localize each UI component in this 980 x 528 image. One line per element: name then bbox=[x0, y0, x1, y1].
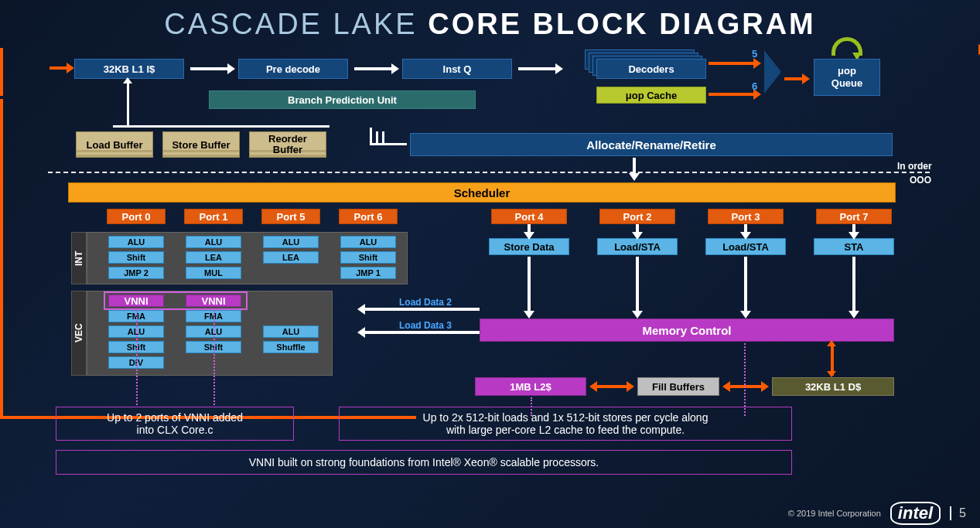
allocate-rename-retire: Allocate/Rename/Retire bbox=[410, 133, 893, 156]
fill-buffers: Fill Buffers bbox=[637, 377, 719, 396]
arrow-v bbox=[528, 224, 531, 233]
callout-vnni: Up to 2 ports of VNNI added into CLX Cor… bbox=[56, 407, 294, 441]
copyright: © 2019 Intel Corporation bbox=[788, 509, 881, 518]
title-bold: CORE BLOCK DIAGRAM bbox=[428, 8, 816, 40]
load-data-2-label: Load Data 2 bbox=[399, 297, 452, 308]
footer: © 2019 Intel Corporation intel 5 bbox=[788, 502, 966, 525]
int-p6-jmp1: JMP 1 bbox=[340, 267, 396, 279]
callout-loads: Up to 2x 512-bit loads and 1x 512-bit st… bbox=[339, 407, 792, 441]
arrow-org-bi bbox=[596, 385, 628, 388]
inorder-label: In order bbox=[897, 161, 932, 172]
int-label: INT bbox=[71, 232, 87, 284]
arrow-to-l1i bbox=[50, 66, 68, 70]
uop-cache: μop Cache bbox=[596, 87, 706, 104]
load-buffer: Load Buffer bbox=[76, 131, 153, 158]
vec-p5-alu: ALU bbox=[263, 325, 319, 338]
callout-foundation: VNNI built on strong foundations from In… bbox=[56, 450, 792, 475]
vec-p5-shuffle: Shuffle bbox=[263, 341, 319, 353]
line-v bbox=[376, 131, 378, 145]
decoder-count: 5 bbox=[752, 48, 757, 60]
order-boundary bbox=[48, 172, 930, 173]
arrow-h bbox=[190, 67, 229, 70]
arrow-org bbox=[709, 62, 755, 65]
uop-queue: μop Queue bbox=[814, 59, 880, 96]
load-sta-3: Load/STA bbox=[705, 238, 786, 255]
decoders: Decoders bbox=[596, 59, 706, 79]
line-v bbox=[382, 131, 384, 145]
int-p1-alu: ALU bbox=[186, 236, 241, 248]
int-p5-lea: LEA bbox=[263, 251, 319, 264]
l2-cache: 1MB L2$ bbox=[475, 377, 586, 396]
load-data-3-label: Load Data 3 bbox=[399, 320, 452, 331]
arrow-v bbox=[633, 158, 636, 175]
port7: Port 7 bbox=[816, 209, 892, 224]
mux-trapezoid bbox=[764, 50, 781, 94]
port2: Port 2 bbox=[599, 209, 675, 224]
arrowhead-up bbox=[827, 340, 836, 346]
int-p5-alu: ALU bbox=[263, 236, 319, 248]
memory-control: Memory Control bbox=[480, 319, 894, 342]
arrowhead-down bbox=[827, 371, 836, 377]
page-number: 5 bbox=[950, 506, 966, 520]
sta: STA bbox=[814, 238, 894, 255]
ooo-label: OOO bbox=[910, 175, 931, 186]
title-light: CASCADE LAKE bbox=[164, 8, 428, 40]
reorder-buffer: Reorder Buffer bbox=[249, 131, 326, 158]
arrow-v bbox=[636, 224, 639, 233]
line-v bbox=[370, 128, 372, 145]
inst-queue: Inst Q bbox=[402, 59, 512, 79]
int-p1-mul: MUL bbox=[186, 267, 241, 279]
arrow-h bbox=[518, 67, 557, 70]
arrowhead-up bbox=[123, 77, 132, 83]
dotted-line bbox=[136, 311, 138, 405]
port6: Port 6 bbox=[339, 209, 398, 224]
dotted-line bbox=[213, 311, 215, 405]
block-diagram: 32KB L1 I$ Pre decode Inst Q Decoders μo… bbox=[0, 48, 980, 528]
line-org-v bbox=[0, 48, 3, 96]
l1-dcache: 32KB L1 D$ bbox=[772, 377, 894, 396]
int-p0-jmp2: JMP 2 bbox=[108, 267, 164, 279]
arrow-h-rev bbox=[364, 331, 480, 334]
dotted-line bbox=[744, 343, 746, 416]
port4: Port 4 bbox=[491, 209, 567, 224]
port1: Port 1 bbox=[184, 209, 243, 224]
int-p0-alu: ALU bbox=[108, 236, 164, 248]
page-title: CASCADE LAKE CORE BLOCK DIAGRAM bbox=[0, 0, 980, 44]
int-p6-shift: Shift bbox=[340, 251, 396, 264]
arrow-v bbox=[852, 224, 855, 233]
store-buffer: Store Buffer bbox=[162, 131, 240, 158]
arrow-v bbox=[528, 257, 531, 312]
load-sta-2: Load/STA bbox=[597, 238, 678, 255]
arrow-v bbox=[744, 257, 747, 312]
predecode: Pre decode bbox=[238, 59, 348, 79]
l1-icache: 32KB L1 I$ bbox=[74, 59, 184, 79]
arrow-org bbox=[709, 93, 755, 96]
vec-p1-vnni: VNNI bbox=[186, 295, 241, 307]
int-p6-alu: ALU bbox=[340, 236, 396, 248]
arrow-v bbox=[744, 224, 747, 233]
line-bpu bbox=[127, 80, 129, 127]
arrow-org bbox=[784, 77, 804, 80]
vec-label: VEC bbox=[71, 291, 87, 376]
branch-prediction: Branch Prediction Unit bbox=[209, 90, 476, 109]
loop-line-v bbox=[0, 99, 3, 416]
scheduler: Scheduler bbox=[68, 182, 896, 203]
port0: Port 0 bbox=[107, 209, 166, 224]
vec-p0-vnni: VNNI bbox=[108, 295, 164, 307]
uopcache-count: 6 bbox=[752, 80, 757, 92]
intel-logo: intel bbox=[890, 502, 941, 525]
port5: Port 5 bbox=[261, 209, 320, 224]
port3: Port 3 bbox=[708, 209, 784, 224]
store-data: Store Data bbox=[489, 238, 569, 255]
arrow-org-bi bbox=[729, 385, 763, 388]
int-p1-lea: LEA bbox=[186, 251, 241, 264]
arrow-h-rev bbox=[364, 308, 480, 311]
arrow-h bbox=[354, 67, 393, 70]
arrow-v bbox=[852, 257, 855, 312]
arrow-v bbox=[636, 257, 639, 312]
line-h bbox=[113, 125, 330, 128]
int-p0-shift: Shift bbox=[108, 251, 164, 264]
